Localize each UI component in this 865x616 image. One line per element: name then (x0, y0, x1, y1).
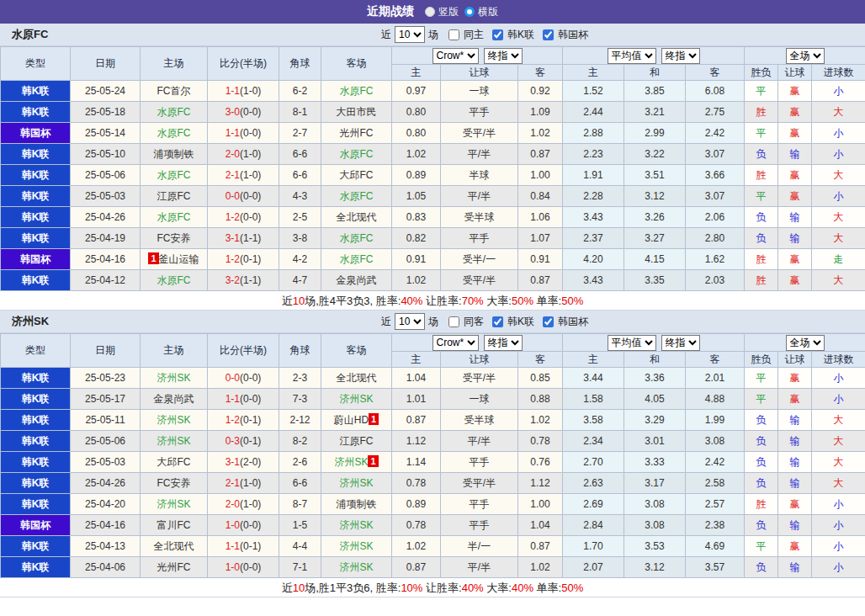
book-stage-select[interactable]: 终指 (484, 48, 523, 64)
away-team-cell[interactable]: 全北现代 (321, 207, 392, 228)
result-goals-cell: 小 (812, 123, 865, 144)
corner-cell: 4-4 (279, 536, 321, 557)
home-team-cell[interactable]: 济州SK (141, 494, 208, 515)
result-goals-cell: 大 (812, 102, 865, 123)
score-cell: 0-0(0-0) (208, 186, 279, 207)
match-type-cell: 韩国杯 (1, 123, 71, 144)
away-team-cell[interactable]: 济州SK (321, 389, 392, 410)
away-team-cell[interactable]: 水原FC (321, 144, 392, 165)
avg-away-cell: 2.80 (686, 228, 745, 249)
away-team-name: 济州SK (334, 456, 368, 468)
league-k-checkbox[interactable] (492, 29, 503, 40)
home-team-cell[interactable]: FC首尔 (141, 81, 208, 102)
table-row: 韩K联25-04-12水原FC3-2(1-1)4-7金泉尚武1.02受平/半0.… (1, 270, 865, 291)
home-team-cell[interactable]: 浦项制铁 (141, 144, 208, 165)
home-team-cell[interactable]: 大邱FC (141, 452, 208, 473)
radio-unselected-icon[interactable] (425, 7, 435, 17)
away-team-cell[interactable]: 济州SK1 (321, 452, 392, 473)
league-k-checkbox[interactable] (492, 316, 503, 327)
cup-checkbox[interactable] (543, 29, 554, 40)
home-team-cell[interactable]: 江原FC (141, 186, 208, 207)
home-team-cell[interactable]: 水原FC (141, 123, 208, 144)
result-goals-cell: 大 (812, 270, 865, 291)
home-team-cell[interactable]: 济州SK (141, 368, 208, 389)
home-team-cell[interactable]: FC安养 (141, 473, 208, 494)
result-handicap-cell: 赢 (778, 368, 812, 389)
odds-home-cell: 0.87 (392, 557, 441, 578)
odds-home-cell: 0.89 (392, 165, 441, 186)
home-team-cell[interactable]: 全北现代 (141, 536, 208, 557)
cup-checkbox[interactable] (543, 316, 554, 327)
home-team-cell[interactable]: 光州FC (141, 557, 208, 578)
recent-count-select[interactable]: 10 (395, 26, 425, 43)
summary-stat-value: 40% (462, 581, 484, 594)
team-section: 济州SK近10场同客韩K联韩国杯类型日期主场比分(半场)角球客场Crow*终指平… (0, 311, 865, 597)
result-goals-cell: 小 (812, 368, 865, 389)
away-team-cell[interactable]: 水原FC (321, 186, 392, 207)
radio-selected-icon[interactable] (464, 7, 475, 17)
avg-home-cell: 1.91 (563, 165, 624, 186)
result-wdl-cell: 平 (745, 368, 778, 389)
avg-select[interactable]: 平均值 (608, 48, 656, 64)
home-team-cell[interactable]: 水原FC (141, 165, 208, 186)
away-team-name: 大田市民 (337, 106, 377, 118)
fulltime-score: 1-0 (226, 519, 240, 531)
handicap-cell: 受平/半 (441, 473, 518, 494)
away-team-cell[interactable]: 浦项制铁 (321, 494, 392, 515)
home-team-cell[interactable]: 水原FC (141, 207, 208, 228)
home-team-name: 水原FC (157, 127, 191, 139)
date-cell: 25-05-24 (71, 81, 141, 102)
avg-stage-select[interactable]: 终指 (661, 335, 700, 351)
vertical-radio[interactable]: 竖版 (425, 5, 459, 19)
away-team-cell[interactable]: 大田市民 (321, 102, 392, 123)
away-team-cell[interactable]: 大邱FC (321, 165, 392, 186)
bookmaker-select[interactable]: Crow* (432, 335, 479, 351)
scope-select[interactable]: 全场 (786, 48, 825, 64)
table-row: 韩K联25-04-13全北现代1-1(0-1)4-4济州SK1.02半/一0.8… (1, 536, 865, 557)
same-side-checkbox[interactable] (448, 29, 459, 40)
recent-count-select[interactable]: 10 (395, 313, 425, 330)
away-team-cell[interactable]: 金泉尚武 (321, 270, 392, 291)
result-goals-cell: 小 (812, 536, 865, 557)
avg-select[interactable]: 平均值 (608, 335, 656, 351)
away-team-cell[interactable]: 水原FC (321, 249, 392, 270)
home-team-cell[interactable]: 金泉尚武 (141, 389, 208, 410)
away-team-cell[interactable]: 江原FC (321, 431, 392, 452)
corner-cell: 8-1 (279, 102, 321, 123)
book-stage-select[interactable]: 终指 (484, 335, 523, 351)
result-wdl-cell: 负 (745, 515, 778, 536)
away-team-cell[interactable]: 光州FC (321, 123, 392, 144)
same-side-label: 同主 (464, 28, 484, 42)
handicap-cell: 半球 (441, 165, 518, 186)
home-team-cell[interactable]: 济州SK (141, 431, 208, 452)
away-team-cell[interactable]: 济州SK (321, 473, 392, 494)
away-team-cell[interactable]: 济州SK (321, 536, 392, 557)
home-team-cell[interactable]: 富川FC (141, 515, 208, 536)
summary-text: 场,胜1平3负6, 胜率: (305, 581, 401, 594)
handicap-cell: 受平/半 (441, 368, 518, 389)
home-team-cell[interactable]: 1釜山运输 (141, 249, 208, 270)
horizontal-radio[interactable]: 横版 (464, 5, 498, 19)
handicap-cell: 平/半 (441, 186, 518, 207)
away-team-cell[interactable]: 全北现代 (321, 368, 392, 389)
home-team-cell[interactable]: 济州SK (141, 410, 208, 431)
away-team-cell[interactable]: 水原FC (321, 81, 392, 102)
away-team-cell[interactable]: 济州SK (321, 557, 392, 578)
avg-stage-select[interactable]: 终指 (661, 48, 700, 64)
fulltime-score: 1-0 (226, 561, 240, 573)
home-team-cell[interactable]: 水原FC (141, 102, 208, 123)
home-team-name: 济州SK (157, 498, 190, 510)
same-side-checkbox[interactable] (448, 316, 459, 327)
odds-home-cell: 0.91 (392, 249, 441, 270)
away-team-cell[interactable]: 水原FC (321, 228, 392, 249)
home-team-cell[interactable]: 水原FC (141, 270, 208, 291)
home-team-name: 江原FC (157, 190, 191, 202)
bookmaker-select[interactable]: Crow* (432, 48, 479, 64)
scope-select[interactable]: 全场 (786, 335, 825, 351)
home-team-cell[interactable]: FC安养 (141, 228, 208, 249)
away-team-cell[interactable]: 蔚山HD1 (321, 410, 392, 431)
result-goals-cell: 大 (812, 410, 865, 431)
away-team-cell[interactable]: 济州SK (321, 515, 392, 536)
handicap-cell: 一球 (441, 389, 518, 410)
away-team-name: 光州FC (340, 127, 374, 139)
